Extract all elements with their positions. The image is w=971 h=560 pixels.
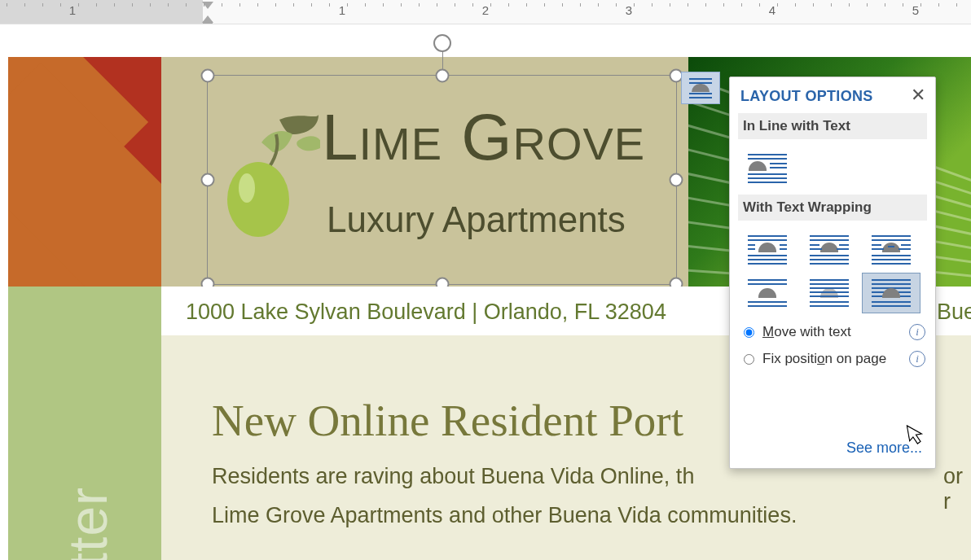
selected-picture[interactable]: Lime Grove Luxury Apartments xyxy=(207,75,677,285)
address-right-fragment: Bue xyxy=(937,300,971,325)
wrap-top-and-bottom[interactable] xyxy=(738,273,797,313)
wrap-in-front-of-text[interactable] xyxy=(862,273,920,313)
rotate-handle[interactable] xyxy=(433,34,451,52)
resize-handle-n[interactable] xyxy=(435,69,449,83)
lime-logo-icon xyxy=(222,110,320,248)
sidebar-vertical-text: etter xyxy=(57,487,119,560)
left-indent[interactable] xyxy=(203,21,213,24)
info-icon[interactable]: i xyxy=(909,324,925,340)
resize-handle-w[interactable] xyxy=(201,173,215,187)
logo-subtitle: Luxury Apartments xyxy=(327,199,626,240)
wrap-tight[interactable] xyxy=(800,229,859,269)
decorative-sidebar-red xyxy=(8,57,161,287)
resize-handle-nw[interactable] xyxy=(201,69,215,83)
wrap-behind-text[interactable] xyxy=(800,273,859,313)
radio-fix-position-on-page[interactable] xyxy=(744,354,754,365)
section-in-line-with-text: In Line with Text xyxy=(738,113,927,139)
section-with-text-wrapping: With Text Wrapping xyxy=(738,195,927,221)
wrap-through[interactable] xyxy=(862,229,920,269)
wrap-inline-with-text[interactable] xyxy=(738,147,797,188)
resize-handle-e[interactable] xyxy=(670,173,683,187)
layout-options-title: LAYOUT OPTIONS xyxy=(740,88,873,104)
svg-marker-2 xyxy=(907,423,923,444)
radio-move-with-text[interactable] xyxy=(744,327,754,338)
info-icon[interactable]: i xyxy=(909,351,925,367)
wrap-square[interactable] xyxy=(738,229,797,269)
radio-fix-position-label[interactable]: Fix position on page xyxy=(762,350,886,369)
ruler[interactable]: 112345 xyxy=(0,0,971,24)
close-icon[interactable]: ✕ xyxy=(909,87,927,105)
document-paragraph-line2[interactable]: Lime Grove Apartments and other Buena Vi… xyxy=(212,503,971,528)
radio-move-with-text-label[interactable]: Move with text xyxy=(762,323,851,342)
logo-title: Lime Grove xyxy=(322,100,645,175)
svg-point-0 xyxy=(227,162,289,237)
svg-point-1 xyxy=(239,173,255,203)
layout-options-flyout: LAYOUT OPTIONS ✕ In Line with Text With … xyxy=(729,77,936,469)
layout-options-toggle[interactable] xyxy=(681,72,720,104)
document-heading[interactable]: New Online Resident Port xyxy=(212,395,683,446)
address-text: 1000 Lake Sylvan Boulevard | Orlando, FL… xyxy=(186,300,666,325)
